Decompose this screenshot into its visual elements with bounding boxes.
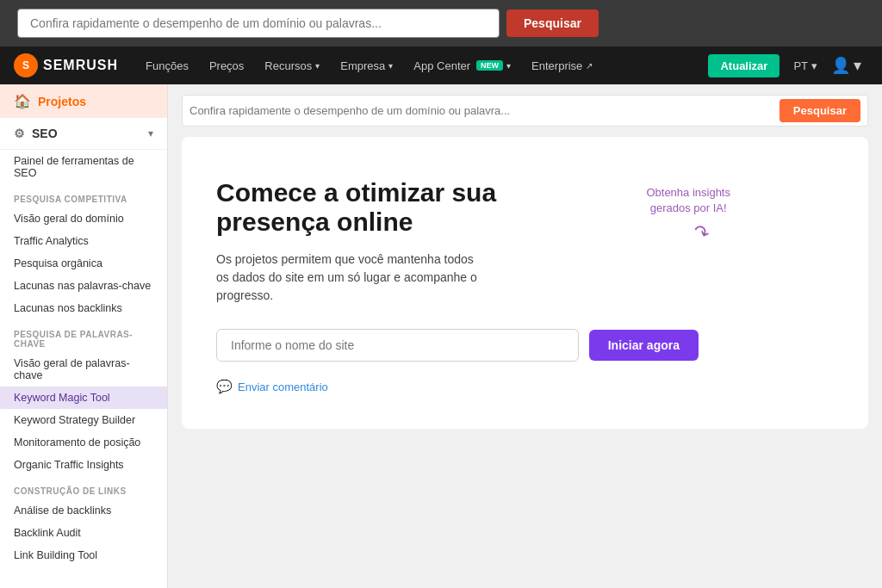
top-bar: Confira rapidamente o desempenho de um d… <box>0 0 882 46</box>
card-title: Comece a otimizar sua presença online <box>216 178 561 237</box>
feedback-row[interactable]: 💬 Enviar comentário <box>216 379 834 394</box>
navbar: S SEMRUSH Funções Preços Recursos ▾ Empr… <box>0 46 882 84</box>
start-now-button[interactable]: Iniciar agora <box>589 330 699 361</box>
logo-icon: S <box>14 53 38 77</box>
sidebar-item-analise-backlinks[interactable]: Análise de backlinks <box>0 499 167 522</box>
chevron-down-icon: ▾ <box>388 61 393 71</box>
new-badge: NEW <box>476 60 503 71</box>
sidebar-item-keyword-strategy[interactable]: Keyword Strategy Builder <box>0 409 167 431</box>
logo-text: SEMRUSH <box>43 58 118 73</box>
sidebar-item-visao-dominio[interactable]: Visão geral do domínio <box>0 207 167 230</box>
chevron-down-icon: ▾ <box>854 56 861 75</box>
sidebar-item-traffic-analytics[interactable]: Traffic Analytics <box>0 230 167 252</box>
sidebar: 🏠 Projetos ⚙ SEO ▾ Painel de ferramentas… <box>0 84 168 588</box>
feedback-label: Enviar comentário <box>238 381 328 393</box>
card-description: Os projetos permitem que você mantenha t… <box>216 251 483 305</box>
ai-insights-bubble: Obtenha insights gerados por IA! ↷ <box>646 185 730 246</box>
logo[interactable]: S SEMRUSH <box>14 53 118 77</box>
nav-empresa[interactable]: Empresa ▾ <box>330 46 403 84</box>
sidebar-seo-header[interactable]: ⚙ SEO ▾ <box>0 118 167 150</box>
site-name-input[interactable] <box>216 329 579 362</box>
nav-app-center[interactable]: App Center NEW ▾ <box>403 46 521 84</box>
seo-label: SEO <box>32 127 58 140</box>
nav-enterprise[interactable]: Enterprise ↗ <box>521 46 603 84</box>
comment-icon: 💬 <box>216 379 233 394</box>
sidebar-item-lacunas-backlinks[interactable]: Lacunas nos backlinks <box>0 297 167 319</box>
chevron-down-icon: ▾ <box>811 59 817 72</box>
chevron-down-icon: ▾ <box>148 127 153 139</box>
chevron-down-icon: ▾ <box>506 61 511 71</box>
content-search-input[interactable] <box>189 104 773 117</box>
seo-icon: ⚙ <box>14 127 25 140</box>
sidebar-item-visao-palavras[interactable]: Visão geral de palavras-chave <box>0 352 167 387</box>
nav-recursos[interactable]: Recursos ▾ <box>254 46 330 84</box>
main-layout: 🏠 Projetos ⚙ SEO ▾ Painel de ferramentas… <box>0 84 882 588</box>
top-search-button[interactable]: Pesquisar <box>506 9 599 37</box>
projetos-label: Projetos <box>38 95 86 108</box>
arrow-icon: ↷ <box>669 211 733 256</box>
section-label-construcao-links: CONSTRUÇÃO DE LINKS <box>0 476 167 499</box>
sidebar-item-organic-traffic[interactable]: Organic Traffic Insights <box>0 454 167 476</box>
content-area: Pesquisar Comece a otimizar sua presença… <box>168 84 882 588</box>
sidebar-item-backlink-audit[interactable]: Backlink Audit <box>0 522 167 544</box>
sidebar-item-link-building[interactable]: Link Building Tool <box>0 544 167 566</box>
chevron-down-icon: ▾ <box>315 61 320 71</box>
user-icon: 👤 <box>831 56 850 75</box>
external-link-icon: ↗ <box>586 61 593 71</box>
sidebar-item-painel[interactable]: Painel de ferramentas de SEO <box>0 150 167 184</box>
sidebar-item-pesquisa-organica[interactable]: Pesquisa orgânica <box>0 252 167 275</box>
site-input-row: Iniciar agora <box>216 329 699 362</box>
section-label-palavras-chave: PESQUISA DE PALAVRAS-CHAVE <box>0 319 167 352</box>
sidebar-item-monitoramento[interactable]: Monitoramento de posição <box>0 431 167 454</box>
top-search-input[interactable]: Confira rapidamente o desempenho de um d… <box>17 9 500 38</box>
user-menu[interactable]: 👤 ▾ <box>824 56 868 75</box>
sidebar-item-projetos[interactable]: 🏠 Projetos <box>0 84 167 118</box>
sidebar-item-lacunas-palavras[interactable]: Lacunas nas palavras-chave <box>0 275 167 297</box>
content-search-button[interactable]: Pesquisar <box>780 99 860 122</box>
sidebar-item-keyword-magic[interactable]: Keyword Magic Tool <box>0 387 167 409</box>
nav-precos[interactable]: Preços <box>199 46 254 84</box>
update-button[interactable]: Atualizar <box>708 54 780 77</box>
nav-funcoes[interactable]: Funções <box>135 46 199 84</box>
section-label-pesquisa-competitiva: PESQUISA COMPETITIVA <box>0 184 167 207</box>
home-icon: 🏠 <box>14 93 31 109</box>
lang-selector[interactable]: PT ▾ <box>786 59 824 72</box>
main-card: Comece a otimizar sua presença online Os… <box>182 137 868 429</box>
content-search-bar: Pesquisar <box>182 95 868 127</box>
